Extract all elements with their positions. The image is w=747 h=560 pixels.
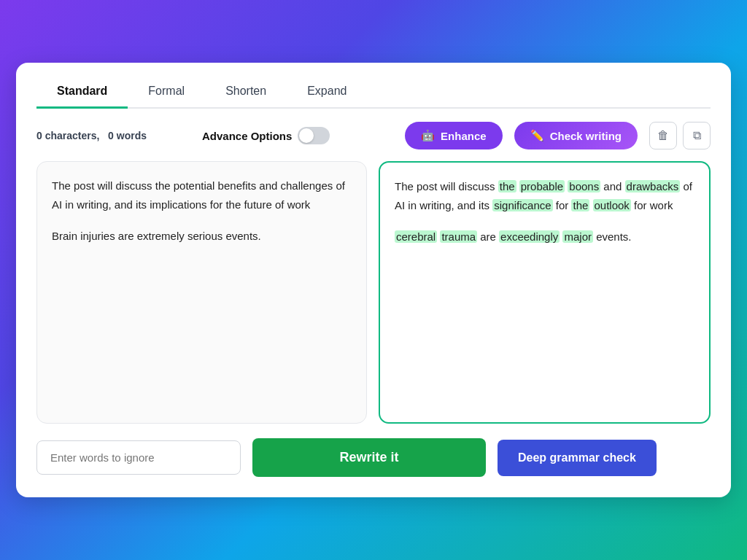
bottom-bar: Rewrite it Deep grammar check [36, 438, 711, 477]
tab-formal[interactable]: Formal [128, 77, 205, 109]
highlighted-word: outlook [593, 199, 631, 211]
word-label: words [117, 130, 147, 141]
check-icon: ✏️ [530, 129, 544, 142]
panels-container: The post will discuss the potential bene… [36, 161, 711, 424]
delete-button[interactable]: 🗑 [649, 122, 677, 149]
highlighted-word: boons [568, 180, 600, 192]
output-panel: The post will discuss the probable boons… [379, 161, 711, 424]
advance-options-group: Advance Options [202, 127, 330, 144]
check-writing-button[interactable]: ✏️ Check writing [514, 122, 638, 149]
input-panel[interactable]: The post will discuss the potential bene… [36, 161, 367, 424]
enhance-button[interactable]: 🤖 Enhance [405, 122, 503, 149]
toolbar-icons: 🗑 ⧉ [649, 122, 711, 149]
tab-shorten[interactable]: Shorten [205, 77, 287, 109]
word-count-value: 0 [108, 130, 114, 141]
highlighted-word: trauma [440, 230, 477, 243]
output-segment: The post will discuss the probable boons… [395, 180, 692, 211]
output-paragraph-1: The post will discuss the probable boons… [395, 177, 694, 214]
highlighted-word: drawbacks [625, 180, 681, 192]
output-paragraph-2: cerebral trauma are exceedingly major ev… [395, 228, 694, 246]
trash-icon: 🗑 [657, 129, 669, 142]
enhance-icon: 🤖 [421, 129, 435, 142]
tab-expand[interactable]: Expand [287, 77, 367, 109]
highlighted-word: exceedingly [499, 230, 560, 243]
highlighted-word: the [498, 180, 516, 192]
highlighted-word: cerebral [395, 230, 437, 243]
rewrite-button[interactable]: Rewrite it [252, 438, 486, 477]
advance-options-toggle[interactable] [298, 127, 330, 144]
toolbar: 0 characters, 0 words Advance Options 🤖 … [36, 122, 711, 149]
advance-options-label: Advance Options [202, 130, 292, 142]
output-segment-2: cerebral trauma are exceedingly major ev… [395, 230, 632, 243]
char-count-value: 0 [36, 130, 42, 141]
char-word-count: 0 characters, 0 words [36, 130, 147, 141]
highlighted-word: major [562, 230, 593, 243]
main-card: Standard Formal Shorten Expand 0 charact… [16, 63, 731, 497]
highlighted-word: the [571, 199, 589, 211]
enhance-label: Enhance [441, 130, 487, 142]
input-paragraph-2: Brain injuries are extremely serious eve… [52, 227, 352, 246]
highlighted-word: probable [519, 180, 565, 192]
ignore-words-input[interactable] [36, 440, 241, 475]
tabs-container: Standard Formal Shorten Expand [36, 77, 711, 109]
check-writing-label: Check writing [550, 130, 622, 142]
copy-button[interactable]: ⧉ [683, 122, 711, 149]
input-paragraph-1: The post will discuss the potential bene… [52, 176, 352, 214]
tab-standard[interactable]: Standard [36, 77, 128, 109]
copy-icon: ⧉ [693, 129, 701, 142]
grammar-check-button[interactable]: Deep grammar check [498, 440, 657, 476]
highlighted-word: significance [492, 199, 552, 211]
char-label: characters, [45, 130, 100, 141]
